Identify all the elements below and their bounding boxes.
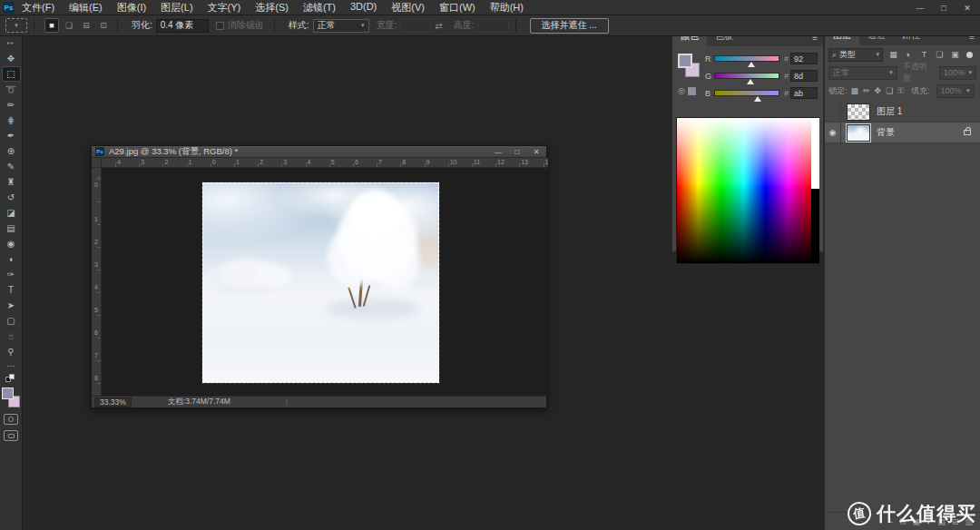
clone-stamp-tool[interactable]: ♜ — [2, 174, 21, 190]
color-spectrum-picker[interactable] — [677, 118, 811, 263]
blend-mode-select[interactable]: 正常 ▾ — [828, 66, 897, 80]
blur-tool[interactable]: ◉ — [2, 236, 21, 251]
layer-thumbnail[interactable] — [847, 124, 870, 142]
foreground-color-swatch[interactable] — [678, 54, 692, 68]
layer-name[interactable]: 图层 1 — [877, 105, 902, 118]
hand-tool[interactable]: ☝ — [2, 329, 21, 344]
menu-item[interactable]: 文字(Y) — [208, 1, 241, 15]
status-options-chevron-icon[interactable]: 〉 — [285, 398, 292, 407]
minimize-button[interactable]: — — [494, 148, 503, 156]
add-to-selection-button[interactable]: ❏ — [62, 18, 76, 33]
pen-tool[interactable]: ✑ — [2, 267, 21, 282]
white-black-ramp[interactable] — [811, 118, 819, 263]
lock-image-pixels-icon[interactable]: ✏ — [863, 86, 870, 96]
menu-item[interactable]: 选择(S) — [255, 1, 289, 15]
maximize-button[interactable]: □ — [938, 4, 949, 13]
width-input — [400, 19, 431, 33]
feather-input[interactable]: 0.4 像素 — [156, 19, 209, 33]
maximize-button[interactable]: □ — [513, 148, 522, 156]
edit-toolbar-icon[interactable]: ⋯ — [7, 361, 15, 370]
layer-name[interactable]: 背景 — [877, 126, 895, 139]
channel-slider[interactable] — [714, 55, 779, 62]
rectangular-marquee-tool[interactable]: ⬚ — [2, 66, 21, 82]
ruler-origin-box[interactable] — [92, 158, 102, 168]
menu-item[interactable]: 编辑(E) — [69, 1, 103, 15]
menu-item[interactable]: 视图(V) — [391, 1, 425, 15]
swap-width-height-icon[interactable]: ⇄ — [435, 21, 442, 31]
layer-row[interactable]: 图层 1 — [825, 102, 980, 123]
filter-smart-objects-icon[interactable]: ▣ — [949, 50, 961, 59]
eyedropper-tool[interactable]: ✒ — [2, 128, 21, 143]
screen-mode-button[interactable] — [4, 430, 18, 441]
channel-slider[interactable] — [714, 90, 779, 96]
color-picker-icon[interactable]: ◎ — [678, 86, 685, 95]
horizontal-ruler[interactable]: 432101234567891011121314 — [102, 158, 548, 168]
tool-preset-picker[interactable]: ▾ — [5, 18, 27, 33]
default-colors-icon[interactable] — [5, 374, 16, 383]
zoom-tool[interactable]: ⚲ — [2, 344, 21, 359]
zoom-level-input[interactable]: 33.33% — [94, 398, 132, 407]
select-and-mask-button[interactable]: 选择并遮住 ... — [530, 18, 609, 34]
new-selection-button[interactable]: ■ — [44, 18, 59, 33]
channel-slider[interactable] — [714, 73, 779, 79]
type-tool[interactable]: T — [2, 282, 21, 298]
slider-marker[interactable] — [748, 62, 755, 67]
layer-visibility-toggle[interactable] — [825, 102, 841, 122]
gradient-tool[interactable]: ▤ — [2, 221, 21, 236]
subtract-from-selection-button[interactable]: ⊟ — [79, 18, 93, 33]
style-select[interactable]: 正常 ▾ — [313, 19, 369, 33]
lasso-tool[interactable]: ➰ — [2, 82, 21, 97]
filter-shape-layers-icon[interactable]: ❏ — [934, 50, 946, 59]
layer-thumbnail[interactable] — [847, 103, 870, 121]
canvas-image-winter-scene[interactable] — [202, 182, 439, 383]
channel-value-input[interactable]: ab — [790, 87, 818, 99]
document-title-bar[interactable]: Ps A29.jpg @ 33.3% (背景, RGB/8) * —□✕ — [92, 146, 546, 158]
lock-label: 锁定: — [828, 85, 848, 97]
crop-tool[interactable]: ⋕ — [2, 113, 21, 128]
collapse-panel-icon[interactable]: ▸▸ — [7, 39, 15, 45]
lock-artboard-icon[interactable]: ❏ — [886, 86, 893, 96]
opacity-input[interactable]: 100% ▾ — [939, 66, 976, 80]
slider-marker[interactable] — [754, 96, 761, 102]
menu-item[interactable]: 帮助(H) — [490, 1, 524, 15]
dodge-tool[interactable]: ◖ — [2, 251, 21, 267]
fill-input[interactable]: 100% ▾ — [936, 84, 975, 98]
filter-adjustment-layers-icon[interactable]: ◐ — [903, 50, 915, 59]
menu-item[interactable]: 图层(L) — [161, 1, 192, 15]
quick-selection-tool[interactable]: ✏ — [2, 97, 21, 113]
history-brush-tool[interactable]: ↺ — [2, 190, 21, 205]
intersect-selection-button[interactable]: ⊡ — [96, 18, 111, 33]
layer-visibility-toggle[interactable]: ◉ — [825, 123, 841, 142]
filter-type-layers-icon[interactable]: T — [918, 50, 930, 59]
layer-row[interactable]: ◉ 背景 — [825, 123, 980, 143]
shape-tool[interactable]: ▢ — [2, 313, 21, 329]
lock-position-icon[interactable]: ✥ — [875, 86, 882, 96]
layer-filter-type-select[interactable]: ⌕ 类型 ▾ — [828, 48, 883, 62]
slider-marker[interactable] — [747, 79, 754, 84]
antialias-checkbox[interactable] — [216, 22, 224, 30]
move-tool[interactable]: ✥ — [2, 51, 21, 66]
foreground-color-swatch[interactable] — [2, 388, 14, 399]
quick-mask-button[interactable] — [4, 414, 18, 425]
menu-item[interactable]: 3D(D) — [350, 1, 377, 15]
filter-pixel-layers-icon[interactable]: ▦ — [887, 50, 899, 59]
lock-all-icon[interactable]: ⚿ — [897, 86, 904, 96]
healing-brush-tool[interactable]: ⊕ — [2, 143, 21, 159]
vertical-ruler[interactable]: 0123456789 — [92, 168, 102, 397]
canvas-area[interactable] — [102, 168, 547, 397]
eraser-tool[interactable]: ◪ — [2, 205, 21, 221]
lock-transparent-pixels-icon[interactable]: ▩ — [851, 86, 859, 96]
minimize-button[interactable]: — — [915, 4, 926, 13]
menu-item[interactable]: 文件(F) — [22, 1, 54, 15]
channel-value-input[interactable]: 92 — [790, 53, 818, 64]
menu-item[interactable]: 窗口(W) — [439, 1, 475, 15]
brush-tool[interactable]: ✎ — [2, 159, 21, 174]
filter-toggle-icon[interactable] — [966, 52, 973, 58]
menu-item[interactable]: 图像(I) — [117, 1, 146, 15]
path-selection-tool[interactable]: ➤ — [2, 298, 21, 313]
close-button[interactable]: ✕ — [962, 4, 973, 13]
channel-row: B # ab — [705, 84, 821, 102]
menu-item[interactable]: 滤镜(T) — [303, 1, 336, 15]
channel-value-input[interactable]: 8d — [790, 70, 818, 82]
close-button[interactable]: ✕ — [532, 148, 541, 156]
